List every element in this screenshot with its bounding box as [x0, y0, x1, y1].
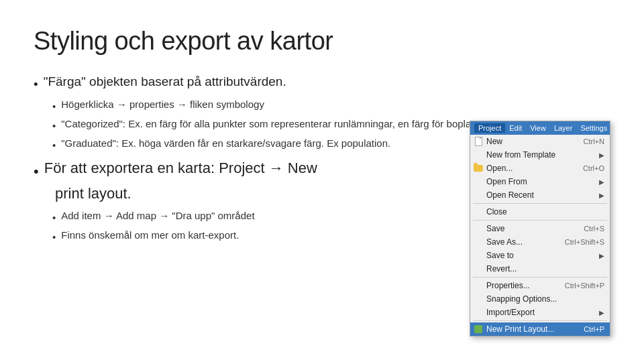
menu-item-save-as-label: Save As... — [486, 237, 551, 247]
close-menu-icon — [473, 206, 484, 217]
open-from-arrow-icon: ▶ — [599, 178, 604, 186]
sub-dot-1-3: • — [52, 138, 56, 152]
sub-bullet-1-3-text: "Graduated": Ex. höga värden får en star… — [61, 136, 390, 150]
menu-item-close-label: Close — [486, 207, 604, 217]
menu-item-revert[interactable]: Revert... — [470, 262, 610, 276]
menu-item-save[interactable]: Save Ctrl+S — [470, 222, 610, 235]
menu-item-open-shortcut: Ctrl+O — [583, 164, 604, 172]
menu-item-close[interactable]: Close — [470, 205, 610, 219]
menu-item-new-from-template[interactable]: New from Template ▶ — [470, 148, 610, 162]
sub-bullet-1-1: • Högerklicka → properties → fliken symb… — [52, 97, 610, 113]
menu-item-revert-label: Revert... — [486, 264, 604, 274]
menu-item-open[interactable]: Open... Ctrl+O — [470, 162, 610, 175]
new-doc-icon — [473, 136, 484, 147]
menu-item-save-shortcut: Ctrl+S — [584, 225, 604, 233]
import-export-icon — [473, 307, 484, 318]
open-folder-icon — [473, 163, 484, 174]
menu-item-properties-label: Properties... — [486, 281, 551, 290]
menu-item-new[interactable]: New Ctrl+N — [470, 135, 610, 148]
menu-item-open-from-label: Open From — [486, 177, 596, 186]
menu-item-template-label: New from Template — [486, 150, 596, 160]
menu-item-save-to-label: Save to — [486, 251, 596, 260]
menu-header-bar: Project Edit View Layer Settings — [470, 121, 610, 135]
sub-dot-2-2: • — [52, 230, 56, 244]
sub-bullet-2-1-text: Add item → Add map → "Dra upp" området — [61, 208, 254, 223]
revert-icon — [473, 263, 484, 274]
menu-item-save-label: Save — [486, 224, 570, 233]
menu-item-import-export-label: Import/Export — [486, 308, 596, 317]
save-as-icon — [473, 237, 484, 247]
save-menu-icon — [473, 223, 484, 234]
menu-item-open-label: Open... — [486, 164, 570, 173]
menu-header-layer[interactable]: Layer — [550, 123, 577, 133]
menu-item-properties-shortcut: Ctrl+Shift+P — [565, 282, 604, 290]
open-from-icon — [473, 176, 484, 187]
menu-item-open-from[interactable]: Open From ▶ — [470, 175, 610, 188]
menu-item-save-as-shortcut: Ctrl+Shift+S — [565, 238, 604, 246]
menu-item-new-print-layout[interactable]: New Print Layout... Ctrl+P — [470, 322, 610, 336]
sub-dot-2-1: • — [52, 210, 56, 225]
menu-item-save-to[interactable]: Save to ▶ — [470, 249, 610, 262]
bullet-1-text: "Färga" objekten baserat på attributvärd… — [44, 74, 286, 89]
separator-2 — [473, 220, 607, 221]
menu-item-print-layout-label: New Print Layout... — [486, 324, 570, 334]
slide-container: Styling och export av kartor • "Färga" o… — [0, 0, 644, 362]
open-recent-arrow-icon: ▶ — [599, 192, 604, 199]
open-recent-icon — [473, 190, 484, 200]
menu-header-project[interactable]: Project — [474, 123, 505, 133]
separator-3 — [473, 277, 607, 278]
separator-4 — [473, 320, 607, 321]
save-to-arrow-icon: ▶ — [599, 252, 604, 259]
menu-header-view[interactable]: View — [526, 123, 550, 133]
menu-item-snapping-label: Snapping Options... — [486, 294, 604, 304]
screenshot-area: Project Edit View Layer Settings New Ctr… — [470, 121, 617, 337]
save-to-icon — [473, 250, 484, 261]
menu-item-import-export[interactable]: Import/Export ▶ — [470, 306, 610, 319]
bullet-dot-1: • — [34, 77, 38, 92]
bullet-1: • "Färga" objekten baserat på attributvä… — [34, 74, 610, 92]
import-export-arrow-icon: ▶ — [599, 309, 604, 316]
qgis-menu: Project Edit View Layer Settings New Ctr… — [470, 121, 610, 337]
separator-1 — [473, 203, 607, 204]
menu-item-open-recent[interactable]: Open Recent ▶ — [470, 188, 610, 202]
menu-item-properties[interactable]: Properties... Ctrl+Shift+P — [470, 279, 610, 292]
menu-item-open-recent-label: Open Recent — [486, 190, 596, 200]
sub-bullet-1-1-text: Högerklicka → properties → fliken symbol… — [61, 97, 264, 111]
menu-item-new-shortcut: Ctrl+N — [584, 137, 604, 145]
bullet-2-line1: För att exportera en karta: Project → Ne… — [44, 159, 317, 178]
print-layout-icon — [473, 324, 484, 335]
menu-item-new-label: New — [486, 137, 570, 146]
menu-header-edit[interactable]: Edit — [505, 123, 526, 133]
slide-title: Styling och export av kartor — [34, 27, 610, 56]
properties-icon — [473, 280, 484, 291]
sub-bullet-2-2-text: Finns önskemål om mer om kart-export. — [61, 228, 239, 242]
sub-dot-1-2: • — [52, 119, 56, 133]
template-icon — [473, 149, 484, 160]
snapping-icon — [473, 294, 484, 304]
menu-item-save-as[interactable]: Save As... Ctrl+Shift+S — [470, 235, 610, 249]
menu-header-settings[interactable]: Settings — [576, 123, 611, 133]
template-arrow-icon: ▶ — [599, 152, 604, 159]
sub-bullet-1-2-text: "Categorized": Ex. en färg för alla punk… — [61, 117, 490, 131]
sub-dot-1-1: • — [52, 99, 56, 113]
menu-item-print-layout-shortcut: Ctrl+P — [584, 325, 604, 333]
menu-item-snapping[interactable]: Snapping Options... — [470, 292, 610, 306]
bullet-dot-2: • — [34, 162, 39, 182]
